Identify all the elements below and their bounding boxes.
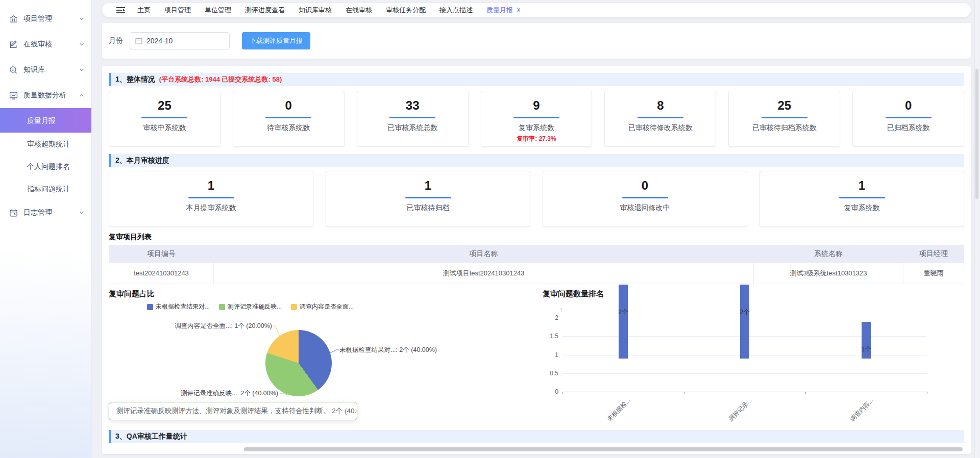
bar-plot-area bbox=[562, 318, 927, 392]
sidebar-item-label: 在线审核 bbox=[23, 40, 79, 49]
vertical-scrollbar-track[interactable] bbox=[974, 0, 978, 458]
sidebar-item-质量数据分析[interactable]: 质量数据分析 bbox=[0, 83, 91, 108]
topnav-tab-active[interactable]: 质量月报X bbox=[486, 6, 521, 15]
table-row: test202410301243测试项目test202410301243测试3级… bbox=[109, 263, 964, 284]
bar[interactable] bbox=[619, 285, 628, 359]
pie-graphic[interactable] bbox=[265, 330, 332, 396]
table-header-cell: 系统名称 bbox=[754, 245, 903, 263]
chevron-up-icon bbox=[79, 93, 84, 98]
review-issue-rank-bar-chart: 复审问题数量排名 ↑ 00.511.522个未根据检...2个测评记录...1个… bbox=[536, 288, 964, 425]
stat-underline bbox=[762, 117, 807, 118]
stat-card: 8已审核待修改系统数 bbox=[604, 91, 716, 147]
stat-value: 25 bbox=[729, 98, 840, 112]
bar-value-label: 1个 bbox=[851, 345, 881, 354]
bar-chart-title: 复审问题数量排名 bbox=[543, 289, 604, 299]
topnav-tab-接入点描述[interactable]: 接入点描述 bbox=[439, 6, 473, 15]
stat-value: 25 bbox=[109, 98, 220, 112]
stat-value: 8 bbox=[605, 98, 716, 112]
sidebar-subitem-个人问题排名[interactable]: 个人问题排名 bbox=[0, 155, 91, 177]
close-tab-icon[interactable]: X bbox=[517, 7, 521, 14]
month-picker-input[interactable]: 2024-10 bbox=[130, 32, 230, 49]
topnav-tab-审核任务分配[interactable]: 审核任务分配 bbox=[386, 6, 426, 15]
stat-underline bbox=[839, 197, 885, 198]
log-calendar-icon bbox=[9, 209, 18, 217]
stat-value: 33 bbox=[357, 98, 468, 112]
fold-menu-icon[interactable] bbox=[116, 7, 125, 14]
stat-value: 1 bbox=[326, 179, 530, 192]
stat-label: 本月提审系统数 bbox=[109, 203, 313, 213]
stat-underline bbox=[265, 117, 311, 118]
topnav-tab-测评进度查看[interactable]: 测评进度查看 bbox=[245, 6, 285, 15]
x-axis-tick bbox=[927, 392, 927, 394]
stat-card: 1已审核待归档 bbox=[326, 171, 530, 227]
pie-tooltip: 测评记录准确反映测评方法、测评对象及测评结果，支持符合性判断。 2个 (40.0… bbox=[109, 402, 357, 420]
legend-item[interactable]: 未根据检查结果对... bbox=[147, 302, 210, 311]
knowledge-search-icon bbox=[9, 66, 18, 74]
stat-underline bbox=[389, 117, 435, 118]
sidebar-item-知识库[interactable]: 知识库 bbox=[0, 57, 91, 83]
horizontal-scrollbar-thumb[interactable] bbox=[244, 447, 963, 451]
stat-underline bbox=[405, 197, 451, 198]
stat-card: 0审核退回修改中 bbox=[543, 171, 747, 227]
bank-icon bbox=[9, 15, 18, 23]
topnav-tab-单位管理[interactable]: 单位管理 bbox=[205, 6, 231, 15]
vertical-scrollbar-thumb[interactable] bbox=[975, 69, 978, 199]
chevron-down-icon bbox=[79, 67, 84, 72]
pie-legend: 未根据检查结果对...测评记录准确反映...调查内容是否全面... bbox=[147, 302, 354, 311]
stat-card: 25已审核待归档系统数 bbox=[728, 91, 840, 147]
stat-label: 审核退回修改中 bbox=[543, 203, 747, 213]
section-1-totals: (平台系统总数: 1944 已提交系统总数: 58) bbox=[159, 75, 282, 84]
y-axis-arrow-icon: ↑ bbox=[559, 306, 563, 313]
section-1-header: 1、整体情况 (平台系统总数: 1944 已提交系统总数: 58) bbox=[109, 73, 964, 86]
table-cell: 董晓雨 bbox=[903, 263, 964, 284]
table-header-cell: 项目经理 bbox=[903, 245, 964, 263]
data-analysis-icon bbox=[9, 91, 18, 100]
sidebar-item-label: 质量数据分析 bbox=[23, 91, 79, 100]
stat-label: 审核中系统数 bbox=[109, 123, 220, 133]
sidebar-item-在线审核[interactable]: 在线审核 bbox=[0, 32, 91, 57]
stat-card: 9复审系统数复审率: 27.3% bbox=[481, 91, 593, 147]
stat-underline bbox=[886, 117, 932, 118]
stat-underline bbox=[638, 117, 683, 118]
sidebar-item-日志管理[interactable]: 日志管理 bbox=[0, 200, 91, 225]
main-area: 主页项目管理单位管理测评进度查看知识库审核在线审核审核任务分配接入点描述质量月报… bbox=[92, 0, 980, 458]
stat-underline bbox=[622, 197, 668, 198]
legend-item[interactable]: 调查内容是否全面... bbox=[291, 302, 354, 311]
sidebar-item-label: 日志管理 bbox=[23, 208, 79, 217]
y-axis-tick-label: 2 bbox=[544, 314, 558, 321]
sidebar-subitem-质量月报[interactable]: 质量月报 bbox=[0, 108, 91, 133]
stat-underline bbox=[141, 117, 187, 118]
section-2-title: 2、本月审核进度 bbox=[115, 156, 169, 165]
stat-card: 1本月提审系统数 bbox=[109, 171, 313, 227]
stat-value: 9 bbox=[481, 98, 592, 112]
y-axis-tick-label: 0 bbox=[544, 388, 558, 395]
stat-card: 1复审系统数 bbox=[760, 171, 964, 227]
stat-card: 0已归档系统数 bbox=[852, 91, 964, 147]
download-report-button[interactable]: 下载测评质量月报 bbox=[242, 32, 310, 49]
section-3-title: 3、QA审核工作量统计 bbox=[115, 432, 187, 441]
sidebar-item-项目管理[interactable]: 项目管理 bbox=[0, 6, 91, 32]
topnav-tab-知识库审核[interactable]: 知识库审核 bbox=[299, 6, 332, 15]
stat-underline bbox=[513, 117, 559, 118]
legend-swatch bbox=[291, 304, 297, 310]
stat-value: 0 bbox=[543, 179, 747, 192]
y-axis-tick-label: 1 bbox=[544, 351, 558, 359]
sidebar: 项目管理在线审核知识库质量数据分析质量月报审核超期统计个人问题排名指标问题统计日… bbox=[0, 0, 92, 458]
sidebar-subitem-审核超期统计[interactable]: 审核超期统计 bbox=[0, 133, 91, 155]
legend-item[interactable]: 测评记录准确反映... bbox=[219, 302, 282, 311]
sidebar-subitem-指标问题统计[interactable]: 指标问题统计 bbox=[0, 177, 91, 200]
bar[interactable] bbox=[740, 285, 749, 359]
chevron-down-icon bbox=[79, 42, 84, 47]
table-header-cell: 项目编号 bbox=[109, 245, 214, 263]
overall-stat-cards: 25审核中系统数0待审核系统数33已审核系统总数9复审系统数复审率: 27.3%… bbox=[109, 91, 964, 147]
topnav-tab-在线审核[interactable]: 在线审核 bbox=[346, 6, 372, 15]
month-stat-cards: 1本月提审系统数1已审核待归档0审核退回修改中1复审系统数 bbox=[109, 171, 964, 227]
y-axis-tick-label: 1.5 bbox=[544, 333, 558, 340]
bar-value-label: 2个 bbox=[608, 308, 639, 317]
edit-icon bbox=[9, 40, 18, 49]
topnav-tab-项目管理[interactable]: 项目管理 bbox=[164, 6, 191, 15]
topnav-tabs: 主页项目管理单位管理测评进度查看知识库审核在线审核审核任务分配接入点描述质量月报… bbox=[137, 6, 534, 15]
table-cell: 测试项目test202410301243 bbox=[214, 263, 754, 284]
table-cell: test202410301243 bbox=[109, 263, 214, 284]
topnav-tab-主页[interactable]: 主页 bbox=[137, 6, 151, 15]
